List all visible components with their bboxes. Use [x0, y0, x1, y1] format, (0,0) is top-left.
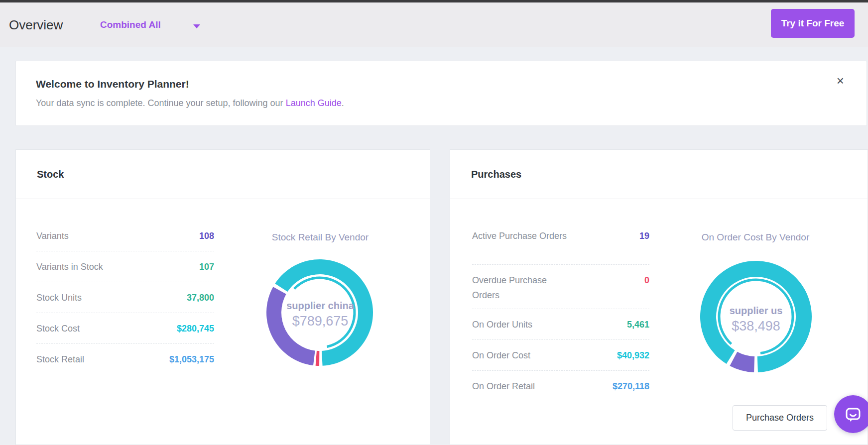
connection-filter-label: Combined All	[100, 19, 161, 30]
stat-label: Stock Units	[36, 290, 82, 305]
purchases-stats-list: Active Purchase Orders 19 Overdue Purcha…	[472, 221, 649, 402]
stat-label: Variants	[36, 228, 69, 243]
on-order-cost-by-vendor-chart	[694, 254, 818, 379]
banner-message: Your data sync is complete. Continue you…	[36, 98, 344, 109]
stat-value: 0	[644, 273, 649, 288]
donut-highlight-ring	[294, 278, 355, 346]
stat-value: 107	[199, 259, 214, 274]
connection-filter-dropdown[interactable]: Combined All	[100, 2, 161, 47]
banner-message-period: .	[342, 98, 344, 108]
stock-card: Stock Variants 108 Variants in Stock 107…	[15, 149, 430, 445]
stat-label: Stock Cost	[36, 321, 80, 336]
stat-label: Variants in Stock	[36, 259, 103, 274]
donut-slice-supplier-us[interactable]	[700, 261, 812, 372]
stat-row-stock-units: Stock Units 37,800	[36, 282, 214, 313]
stat-value: $280,745	[177, 321, 214, 336]
stat-row-stock-retail: Stock Retail $1,053,175	[36, 344, 214, 375]
chat-smiley-icon	[844, 405, 863, 424]
stat-value: $1,053,175	[169, 352, 214, 367]
banner-title: Welcome to Inventory Planner!	[36, 78, 189, 90]
stat-row-stock-cost: Stock Cost $280,745	[36, 313, 214, 344]
purchases-card-title: Purchases	[450, 150, 868, 199]
stat-label: On Order Retail	[472, 379, 535, 394]
welcome-banner: Welcome to Inventory Planner! Your data …	[15, 61, 867, 126]
purchases-chart-title: On Order Cost By Vendor	[656, 232, 855, 243]
stat-label: On Order Cost	[472, 348, 530, 363]
donut-highlight-ring	[719, 280, 793, 353]
banner-message-text: Your data sync is complete. Continue you…	[36, 98, 286, 108]
try-it-for-free-button[interactable]: Try it For Free	[771, 9, 855, 38]
stat-row-variants-in-stock: Variants in Stock 107	[36, 251, 214, 282]
donut-slice-other[interactable]	[266, 287, 315, 365]
stat-value: $270,118	[613, 379, 649, 394]
stat-row-on-order-cost: On Order Cost $40,932	[472, 340, 649, 371]
top-bar: Overview Combined All Try it For Free	[0, 2, 868, 47]
stock-card-title: Stock	[16, 150, 430, 199]
stat-value: 108	[199, 228, 214, 243]
stat-label: Active Purchase Orders	[472, 228, 572, 243]
purchases-card: Purchases Active Purchase Orders 19 Over…	[450, 149, 868, 445]
stat-label: On Order Units	[472, 317, 532, 332]
donut-slice-small[interactable]	[316, 351, 320, 366]
stock-retail-by-vendor-chart	[260, 253, 379, 372]
stat-label: Stock Retail	[36, 352, 84, 367]
stat-value: 37,800	[187, 290, 214, 305]
stat-value: 5,461	[627, 317, 649, 332]
stock-chart-title: Stock Retail By Vendor	[221, 232, 420, 243]
stock-stats-list: Variants 108 Variants in Stock 107 Stock…	[36, 221, 214, 375]
close-icon[interactable]: ×	[837, 74, 844, 87]
donut-slice-other[interactable]	[730, 352, 754, 372]
launch-guide-link[interactable]: Launch Guide	[286, 98, 342, 108]
chat-launcher[interactable]	[834, 395, 868, 433]
stat-label: Overdue Purchase Orders	[472, 273, 572, 303]
purchase-orders-button[interactable]: Purchase Orders	[733, 405, 827, 431]
stat-row-overdue-purchase-orders: Overdue Purchase Orders 0	[472, 265, 649, 309]
page-title: Overview	[9, 2, 63, 47]
stat-row-variants: Variants 108	[36, 221, 214, 251]
stat-row-on-order-retail: On Order Retail $270,118	[472, 371, 649, 402]
stat-row-active-purchase-orders: Active Purchase Orders 19	[472, 221, 649, 265]
chevron-down-icon	[193, 24, 200, 28]
stat-row-on-order-units: On Order Units 5,461	[472, 309, 649, 340]
screen: Overview Combined All Try it For Free We…	[0, 0, 868, 445]
stat-value: 19	[639, 228, 649, 243]
stat-value: $40,932	[617, 348, 649, 363]
